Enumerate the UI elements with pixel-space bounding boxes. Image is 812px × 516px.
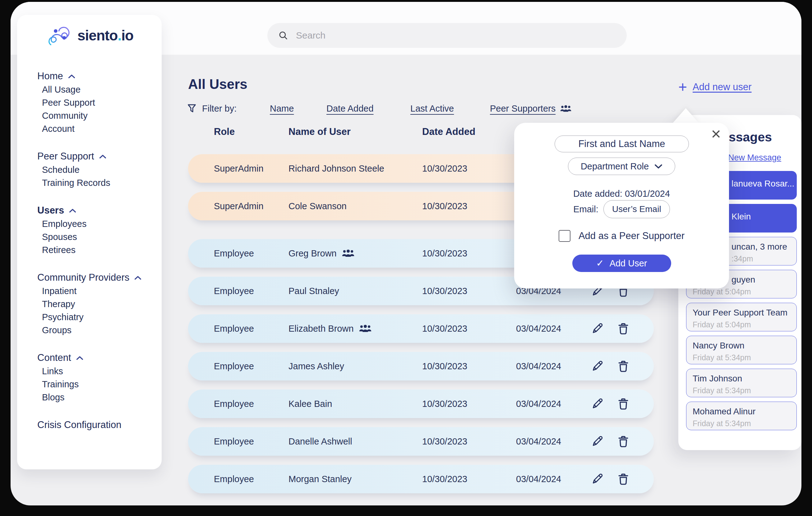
edit-user-button[interactable]: [590, 435, 604, 448]
delete-user-button[interactable]: [616, 322, 630, 335]
delete-user-button[interactable]: [616, 435, 630, 448]
edit-user-button[interactable]: [590, 322, 604, 335]
cell-date-added: 10/30/2023: [422, 277, 467, 305]
popup-pointer: [672, 108, 699, 124]
close-icon[interactable]: ×: [711, 125, 721, 142]
sidebar-header-peer-support[interactable]: Peer Support: [17, 149, 162, 163]
add-user-button[interactable]: ✓ Add User: [572, 255, 671, 272]
cell-date-added: 10/30/2023: [422, 465, 467, 493]
message-sender: Mohamed Alinur: [693, 407, 796, 417]
message-timestamp: Friday at 5:34pm: [693, 386, 796, 395]
cell-role: Employee: [214, 239, 254, 268]
sidebar-header-crisis-configuration[interactable]: Crisis Configuration: [17, 418, 162, 432]
add-user-popup: × First and Last Name Department Role Da…: [514, 123, 729, 288]
sidebar-item-links[interactable]: Links: [17, 365, 162, 378]
sidebar-section-users: UsersEmployeesSpousesRetirees: [17, 204, 162, 256]
message-item[interactable]: Mohamed AlinurFriday at 5:34pm: [686, 402, 797, 430]
sidebar-item-training-records[interactable]: Training Records: [17, 176, 162, 189]
chevron-up-icon: [134, 276, 141, 280]
cell-date-added: 10/30/2023: [422, 239, 467, 268]
brand-name: siento.io: [78, 27, 133, 44]
cell-date-added: 10/30/2023: [422, 154, 467, 183]
delete-user-button[interactable]: [616, 472, 630, 486]
search-icon: [278, 30, 289, 41]
sidebar-header-community-providers[interactable]: Community Providers: [17, 271, 162, 284]
cell-date-added: 10/30/2023: [422, 314, 467, 343]
message-item[interactable]: Nancy BrownFriday at 5:34pm: [686, 336, 797, 364]
name-input[interactable]: First and Last Name: [555, 136, 689, 152]
message-timestamp: Friday at 5:34pm: [693, 419, 796, 428]
delete-user-button[interactable]: [616, 359, 630, 373]
new-message-link[interactable]: New Message: [728, 153, 781, 163]
delete-user-button[interactable]: [616, 397, 630, 411]
cell-role: SuperAdmin: [214, 154, 264, 183]
cell-date-added: 10/30/2023: [422, 390, 467, 418]
email-input[interactable]: User’s Email: [603, 200, 670, 218]
app-window: siento.io HomeAll UsagePeer SupportCommu…: [10, 2, 802, 506]
cell-name: Richard Johnson Steele: [289, 154, 384, 183]
message-item[interactable]: Your Peer Support TeamFriday at 5:04pm: [686, 303, 797, 332]
plus-icon: +: [678, 80, 687, 94]
sidebar-item-employees[interactable]: Employees: [17, 217, 162, 230]
cell-date-added: 10/30/2023: [422, 427, 467, 456]
email-row: Email: User’s Email: [514, 200, 729, 218]
cell-name: Elizabeth Brown: [289, 314, 372, 343]
table-row: EmployeeMorgan Stanley10/30/202303/04/20…: [188, 465, 654, 493]
filter-date-added[interactable]: Date Added: [326, 102, 374, 115]
edit-user-button[interactable]: [590, 397, 604, 411]
message-sender: guyen: [731, 275, 796, 285]
search-bar[interactable]: [267, 23, 627, 48]
sidebar-item-psychiatry[interactable]: Psychiatry: [17, 311, 162, 323]
sidebar-item-account[interactable]: Account: [17, 122, 162, 135]
sidebar-item-retirees[interactable]: Retirees: [17, 243, 162, 256]
sidebar-header-label: Community Providers: [37, 271, 129, 284]
search-input[interactable]: [295, 30, 616, 41]
sidebar-item-blogs[interactable]: Blogs: [17, 391, 162, 404]
column-header-date-added: Date Added: [422, 126, 475, 137]
message-sender: Nancy Brown: [693, 341, 796, 351]
sidebar-item-spouses[interactable]: Spouses: [17, 230, 162, 243]
filter-funnel-icon: [186, 103, 197, 114]
sidebar-item-community[interactable]: Community: [17, 109, 162, 122]
sidebar-item-therapy[interactable]: Therapy: [17, 297, 162, 311]
filter-label: Filter by:: [202, 102, 237, 115]
sidebar-section-community-providers: Community ProvidersInpatientTherapyPsych…: [17, 271, 162, 337]
add-new-user-link[interactable]: + Add new user: [678, 80, 752, 94]
cell-last-active: 03/04/2024: [516, 427, 561, 456]
sidebar-item-schedule[interactable]: Schedule: [17, 163, 162, 176]
brand-logo[interactable]: siento.io: [48, 24, 133, 47]
edit-user-button[interactable]: [590, 472, 604, 486]
sidebar-header-label: Crisis Configuration: [37, 418, 121, 432]
filter-name[interactable]: Name: [270, 102, 294, 115]
sidebar-header-home[interactable]: Home: [17, 69, 162, 83]
people-icon: [359, 324, 372, 333]
sidebar-item-inpatient[interactable]: Inpatient: [17, 284, 162, 297]
department-role-select[interactable]: Department Role: [568, 157, 675, 175]
filter-last-active[interactable]: Last Active: [410, 102, 454, 115]
sidebar-nav: HomeAll UsagePeer SupportCommunityAccoun…: [17, 69, 162, 446]
cell-last-active: 03/04/2024: [516, 465, 561, 493]
table-row: EmployeeKalee Bain10/30/202303/04/2024: [188, 390, 654, 418]
sidebar-header-users[interactable]: Users: [17, 204, 162, 217]
sidebar-item-peer-support[interactable]: Peer Support: [17, 96, 162, 109]
cell-role: Employee: [214, 352, 254, 380]
email-label: Email:: [573, 204, 599, 214]
chevron-up-icon: [68, 74, 75, 79]
sidebar-item-all-usage[interactable]: All Usage: [17, 83, 162, 96]
sidebar-header-label: Home: [37, 69, 63, 83]
sidebar-item-groups[interactable]: Groups: [17, 323, 162, 337]
message-item[interactable]: Tim JohnsonFriday at 5:34pm: [686, 369, 797, 397]
message-sender: lanueva Rosar...: [731, 179, 796, 189]
sidebar-section-home: HomeAll UsagePeer SupportCommunityAccoun…: [17, 69, 162, 135]
filter-peer-supporters[interactable]: Peer Supporters: [490, 102, 572, 115]
chevron-up-icon: [99, 154, 106, 159]
sidebar: siento.io HomeAll UsagePeer SupportCommu…: [17, 15, 162, 469]
sidebar-item-trainings[interactable]: Trainings: [17, 378, 162, 391]
edit-user-button[interactable]: [590, 359, 604, 373]
sidebar-header-content[interactable]: Content: [17, 351, 162, 365]
cell-date-added: 10/30/2023: [422, 192, 467, 220]
cell-role: Employee: [214, 465, 254, 493]
peer-supporter-checkbox[interactable]: [559, 230, 571, 242]
message-sender: uncan, 3 more: [731, 242, 796, 252]
message-timestamp: Friday at 5:04pm: [693, 287, 796, 296]
